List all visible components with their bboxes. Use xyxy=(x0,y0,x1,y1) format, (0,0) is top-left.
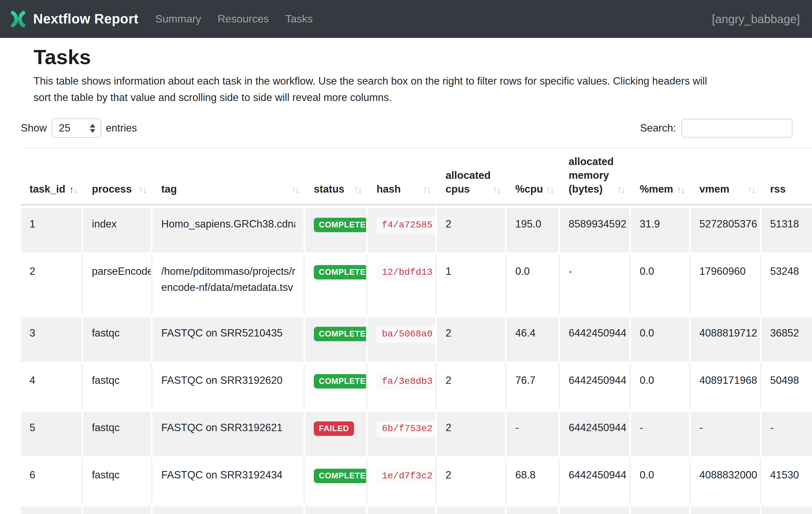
brand-title: Nextflow Report xyxy=(33,11,139,27)
nav-links: Summary Resources Tasks xyxy=(155,13,313,25)
column-header-vmem[interactable]: vmem↑↓ xyxy=(689,148,760,205)
table-row: 6fastqcFASTQC on SRR3192434COMPLETED1e/d… xyxy=(21,456,812,504)
cell-process: fastqc xyxy=(82,362,151,409)
search-wrap: Search: xyxy=(640,119,792,138)
column-header-label: task_id xyxy=(29,183,65,195)
cell-pct_mem: 31.9 xyxy=(629,205,689,253)
table-row: 4fastqcFASTQC on SRR3192620COMPLETEDfa/3… xyxy=(21,362,812,409)
sort-icon: ↑↓ xyxy=(139,183,146,197)
tasks-table: task_id↑↓process↑↓tag↑↓status↑↓hash↑↓all… xyxy=(21,148,812,514)
table-row: 2parseEncode/home/pditommaso/projects/rn… xyxy=(21,253,812,314)
status-badge: COMPLETED xyxy=(314,218,366,232)
cell-hash: f4/a72585 xyxy=(366,205,435,253)
cell-rss: 51318 xyxy=(760,205,812,253)
status-badge: COMPLETED xyxy=(314,265,366,279)
cell-allocated_memory_bytes: 6442450944 xyxy=(558,362,629,409)
cell-status: COMPLETED xyxy=(303,456,366,504)
cell-hash: 1e/d7f3c2 xyxy=(366,456,435,504)
cell-vmem: 4031012864 xyxy=(689,504,760,514)
cell-process: fastqc xyxy=(82,409,151,456)
column-header-pct_mem[interactable]: %mem↑↓ xyxy=(629,148,689,205)
cell-vmem: 4089171968 xyxy=(689,362,760,409)
nav-link-summary[interactable]: Summary xyxy=(155,13,201,25)
cell-pct_mem: 0.0 xyxy=(629,314,689,362)
cell-pct_cpu: 70.2 xyxy=(505,504,558,514)
sort-icon: ↑↓ xyxy=(354,183,361,197)
sort-icon: ↑↓ xyxy=(747,183,755,197)
cell-tag: FASTQC on SRR5210435 xyxy=(151,314,303,362)
nav-link-resources[interactable]: Resources xyxy=(218,13,269,25)
navbar-brand[interactable]: Nextflow Report xyxy=(10,10,139,28)
cell-task_id: 4 xyxy=(21,362,82,409)
cell-allocated_cpus: 2 xyxy=(435,504,505,514)
cell-vmem: 4088819712 xyxy=(689,314,760,362)
page-length-select[interactable]: 25 xyxy=(52,118,101,138)
column-header-rss[interactable]: rss↑↓ xyxy=(760,148,812,205)
cell-allocated_memory_bytes: 6442450944 xyxy=(558,504,629,514)
cell-hash: fa/3e8db3 xyxy=(366,362,435,409)
cell-pct_cpu: 76.7 xyxy=(505,362,558,409)
cell-pct_cpu: 0.0 xyxy=(505,253,558,314)
cell-process: fastqc xyxy=(82,504,151,514)
page-description-line2: sort the table by that value and scrolli… xyxy=(33,91,392,103)
cell-task_id: 2 xyxy=(21,253,82,314)
column-header-label: hash xyxy=(377,183,401,195)
page-title: Tasks xyxy=(33,45,792,69)
column-header-label: rss xyxy=(770,183,786,195)
column-header-allocated_cpus[interactable]: allocated cpus↑↓ xyxy=(435,148,505,205)
column-header-allocated_memory_bytes[interactable]: allocated memory (bytes)↑↓ xyxy=(558,148,629,205)
table-header-row: task_id↑↓process↑↓tag↑↓status↑↓hash↑↓all… xyxy=(21,148,812,205)
hash-code: fa/3e8db3 xyxy=(377,373,435,390)
page-description-line1: This table shows information about each … xyxy=(33,75,707,87)
cell-allocated_cpus: 2 xyxy=(435,362,505,409)
column-header-pct_cpu[interactable]: %cpu↑↓ xyxy=(505,148,558,205)
cell-hash: 12/bdfd13 xyxy=(366,253,435,314)
cell-rss: 38431 xyxy=(760,504,812,514)
show-label: Show xyxy=(21,122,47,134)
cell-process: fastqc xyxy=(82,314,151,362)
navbar: Nextflow Report Summary Resources Tasks … xyxy=(0,0,812,38)
column-header-tag[interactable]: tag↑↓ xyxy=(151,148,303,205)
search-input[interactable] xyxy=(681,119,792,138)
cell-pct_mem: 0.0 xyxy=(629,253,689,314)
table-row: 1indexHomo_sapiens.GRCh38.cdna.all.fa.gz… xyxy=(21,205,812,253)
cell-allocated_memory_bytes: 6442450944 xyxy=(558,456,629,504)
column-header-task_id[interactable]: task_id↑↓ xyxy=(21,148,82,205)
cell-task_id: 5 xyxy=(21,409,82,456)
cell-status: COMPLETED xyxy=(303,314,366,362)
cell-rss: 36852 xyxy=(760,314,812,362)
cell-process: parseEncode xyxy=(82,253,151,314)
cell-tag: Homo_sapiens.GRCh38.cdna.all.fa.gz xyxy=(151,205,303,253)
cell-allocated_cpus: 2 xyxy=(435,456,505,504)
cell-allocated_memory_bytes: 6442450944 xyxy=(558,314,629,362)
nav-link-tasks[interactable]: Tasks xyxy=(285,13,313,25)
column-header-label: vmem xyxy=(699,183,729,195)
cell-rss: - xyxy=(760,409,812,456)
cell-status: COMPLETED xyxy=(303,362,366,409)
tasks-table-wrap[interactable]: task_id↑↓process↑↓tag↑↓status↑↓hash↑↓all… xyxy=(21,148,812,514)
select-caret-icon xyxy=(90,124,95,133)
cell-hash: ba/5068a0 xyxy=(366,314,435,362)
column-header-label: status xyxy=(314,183,344,195)
cell-allocated_memory_bytes: 6442450944 xyxy=(558,409,629,456)
table-row: 3fastqcFASTQC on SRR5210435COMPLETEDba/5… xyxy=(21,314,812,362)
cell-hash: 5e/4886ef xyxy=(366,504,435,514)
cell-rss: 53248 xyxy=(760,253,812,314)
status-badge: FAILED xyxy=(314,422,354,436)
cell-tag: FASTQC on SRR3192621 xyxy=(151,409,303,456)
column-header-status[interactable]: status↑↓ xyxy=(303,148,366,205)
cell-allocated_cpus: 2 xyxy=(435,205,505,253)
column-header-hash[interactable]: hash↑↓ xyxy=(366,148,435,205)
title-block: Tasks This table shows information about… xyxy=(33,45,792,106)
hash-code: 6b/f753e2 xyxy=(377,421,435,437)
cell-status: COMPLETED xyxy=(303,253,366,314)
cell-tag: /home/pditommaso/projects/rnaseq-encode-… xyxy=(151,253,303,314)
column-header-process[interactable]: process↑↓ xyxy=(82,148,151,205)
sort-icon: ↑↓ xyxy=(423,183,431,197)
cell-allocated_cpus: 2 xyxy=(435,409,505,456)
cell-pct_mem: 0.0 xyxy=(629,456,689,504)
status-badge: COMPLETED xyxy=(314,374,366,388)
hash-code: f4/a72585 xyxy=(377,217,435,234)
hash-code: ba/5068a0 xyxy=(377,326,435,343)
hash-code: 1e/d7f3c2 xyxy=(377,468,435,485)
